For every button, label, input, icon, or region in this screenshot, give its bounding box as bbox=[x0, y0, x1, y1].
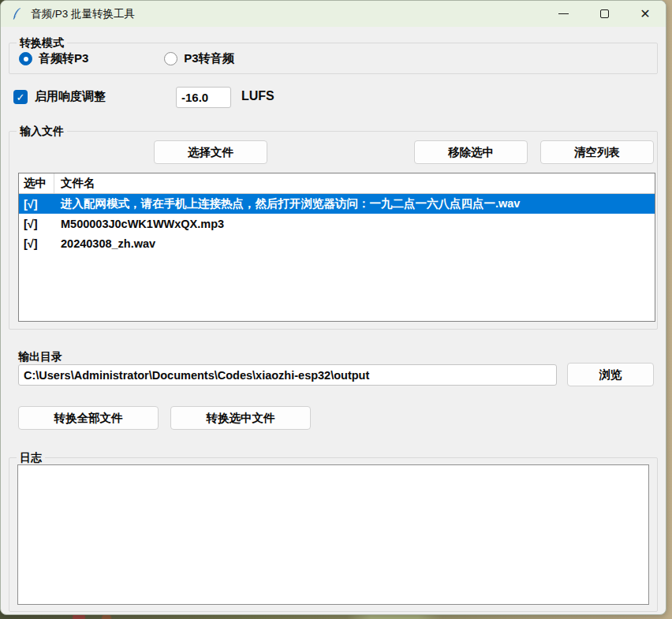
column-header-checked[interactable]: 选中 bbox=[19, 173, 54, 193]
radio-audio-to-p3-label: 音频转P3 bbox=[39, 51, 88, 66]
loudness-checkbox-label: 启用响度调整 bbox=[35, 89, 106, 104]
window-title: 音频/P3 批量转换工具 bbox=[31, 7, 135, 21]
mode-group: 转换模式 音频转P3 P3转音频 bbox=[9, 43, 658, 74]
table-row[interactable]: [√] 20240308_zh.wav bbox=[19, 233, 655, 253]
row-filename-cell: 进入配网模式，请在手机上连接热点，然后打开浏览器访问：一九二点一六八点四点一.w… bbox=[54, 194, 655, 214]
app-feather-icon bbox=[10, 7, 24, 21]
file-table-header: 选中 文件名 bbox=[19, 173, 655, 194]
radio-p3-to-audio[interactable]: P3转音频 bbox=[164, 51, 233, 66]
log-group: 日志 bbox=[9, 457, 658, 612]
output-dir-input[interactable] bbox=[18, 364, 557, 386]
radio-selected-icon bbox=[19, 52, 32, 65]
app-window: 音频/P3 批量转换工具 ✕ 转换模式 音频转P3 P3转音频 ✓ 启用响度调整… bbox=[0, 0, 666, 615]
lufs-value-input[interactable] bbox=[176, 87, 231, 108]
input-files-group-label: 输入文件 bbox=[17, 124, 67, 139]
radio-audio-to-p3[interactable]: 音频转P3 bbox=[19, 51, 88, 66]
lufs-unit-label: LUFS bbox=[241, 89, 274, 103]
table-row[interactable]: [√] 进入配网模式，请在手机上连接热点，然后打开浏览器访问：一九二点一六八点四… bbox=[19, 194, 655, 214]
maximize-button[interactable] bbox=[584, 1, 625, 27]
mode-radio-row: 音频转P3 P3转音频 bbox=[19, 51, 234, 66]
maximize-icon bbox=[600, 9, 609, 18]
radio-p3-to-audio-label: P3转音频 bbox=[184, 51, 233, 66]
column-header-filename[interactable]: 文件名 bbox=[54, 173, 655, 193]
row-checked-cell: [√] bbox=[19, 214, 54, 233]
browse-button[interactable]: 浏览 bbox=[567, 363, 654, 386]
minimize-button[interactable] bbox=[543, 1, 584, 27]
close-button[interactable]: ✕ bbox=[625, 1, 666, 27]
log-textarea[interactable] bbox=[17, 464, 649, 605]
file-table: 选中 文件名 [√] 进入配网模式，请在手机上连接热点，然后打开浏览器访问：一九… bbox=[18, 173, 655, 322]
minimize-icon bbox=[558, 13, 569, 14]
row-checked-cell: [√] bbox=[19, 233, 54, 253]
output-dir-label: 输出目录 bbox=[18, 350, 62, 364]
window-controls: ✕ bbox=[543, 1, 666, 27]
convert-selected-button[interactable]: 转换选中文件 bbox=[170, 406, 311, 430]
clear-list-button[interactable]: 清空列表 bbox=[540, 140, 654, 164]
radio-unselected-icon bbox=[164, 52, 177, 65]
loudness-checkbox[interactable]: ✓ bbox=[13, 90, 28, 104]
select-files-button[interactable]: 选择文件 bbox=[154, 140, 267, 164]
title-bar: 音频/P3 批量转换工具 ✕ bbox=[1, 1, 666, 27]
row-filename-cell: 20240308_zh.wav bbox=[54, 233, 655, 253]
log-group-label: 日志 bbox=[17, 450, 45, 465]
close-icon: ✕ bbox=[640, 8, 650, 21]
remove-selected-button[interactable]: 移除选中 bbox=[414, 140, 528, 164]
row-checked-cell: [√] bbox=[19, 194, 54, 214]
convert-all-button[interactable]: 转换全部文件 bbox=[18, 406, 159, 430]
table-row[interactable]: [√] M500003J0cWK1WWxQX.mp3 bbox=[19, 214, 655, 233]
mode-group-label: 转换模式 bbox=[17, 35, 67, 50]
row-filename-cell: M500003J0cWK1WWxQX.mp3 bbox=[54, 214, 655, 233]
